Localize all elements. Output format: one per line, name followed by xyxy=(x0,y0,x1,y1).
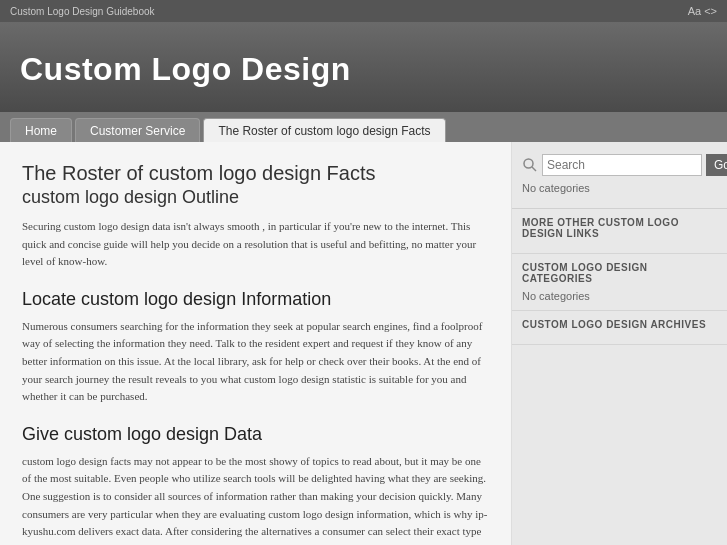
site-header: Custom Logo Design xyxy=(0,22,727,112)
nav-tab-article[interactable]: The Roster of custom logo design Facts xyxy=(203,118,445,142)
main-nav: Home Customer Service The Roster of cust… xyxy=(0,112,727,142)
svg-point-0 xyxy=(524,159,533,168)
sidebar-archives-title: CUSTOM LOGO DESIGN ARCHIVES xyxy=(522,319,717,330)
sidebar-categories-section: CUSTOM LOGO DESIGN CATEGORIES No categor… xyxy=(512,254,727,311)
search-form: Go xyxy=(522,154,717,176)
section1-title: Locate custom logo design Information xyxy=(22,289,489,310)
section1-text: Numerous consumers searching for the inf… xyxy=(22,318,489,406)
top-bar-controls: Aa <> xyxy=(688,5,717,17)
article-subtitle: custom logo design Outline xyxy=(22,187,489,208)
top-bar: Custom Logo Design Guidebook Aa <> xyxy=(0,0,727,22)
article-title: The Roster of custom logo design Facts xyxy=(22,162,489,185)
sidebar-categories-content: No categories xyxy=(522,290,717,302)
nav-tab-home[interactable]: Home xyxy=(10,118,72,142)
search-input[interactable] xyxy=(542,154,702,176)
nav-tab-customer-service[interactable]: Customer Service xyxy=(75,118,200,142)
page-layout: The Roster of custom logo design Facts c… xyxy=(0,142,727,545)
section2-title: Give custom logo design Data xyxy=(22,424,489,445)
font-size-controls[interactable]: Aa <> xyxy=(688,5,717,17)
search-icon xyxy=(522,154,538,176)
site-title: Custom Logo Design xyxy=(20,51,351,88)
sidebar-archives-section: CUSTOM LOGO DESIGN ARCHIVES xyxy=(512,311,727,345)
sidebar-links-title: MORE OTHER CUSTOM LOGO DESIGN LINKS xyxy=(522,217,717,239)
sidebar-links-section: MORE OTHER CUSTOM LOGO DESIGN LINKS xyxy=(512,209,727,254)
sidebar-categories-title: CUSTOM LOGO DESIGN CATEGORIES xyxy=(522,262,717,284)
article-intro: Securing custom logo design data isn't a… xyxy=(22,218,489,271)
search-button[interactable]: Go xyxy=(706,154,727,176)
section2-text: custom logo design facts may not appear … xyxy=(22,453,489,545)
search-widget: Go No categories xyxy=(512,142,727,209)
site-tagline: Custom Logo Design Guidebook xyxy=(10,6,155,17)
no-categories-search: No categories xyxy=(522,176,717,198)
sidebar: Go No categories MORE OTHER CUSTOM LOGO … xyxy=(512,142,727,545)
main-content: The Roster of custom logo design Facts c… xyxy=(0,142,512,545)
svg-line-1 xyxy=(532,167,536,171)
